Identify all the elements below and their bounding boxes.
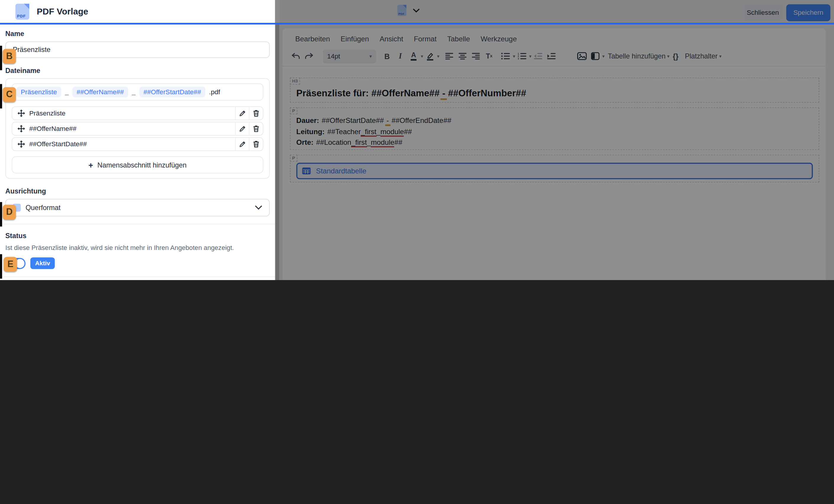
filename-preview: Präsenzliste _ ##OfferName## _ ##OfferSt…: [12, 84, 263, 101]
edit-icon[interactable]: [235, 122, 249, 135]
delete-icon[interactable]: [249, 122, 263, 135]
som-marker-b: B: [3, 49, 16, 64]
orientation-select[interactable]: Querformat: [5, 199, 270, 216]
filename-segment-row[interactable]: Präsenzliste: [12, 106, 263, 120]
edit-icon[interactable]: [235, 107, 249, 120]
filename-chip: ##OfferStartDate##: [139, 87, 205, 97]
orientation-value: Querformat: [25, 204, 255, 211]
marker-anchor: [0, 202, 2, 227]
plus-icon: +: [88, 160, 93, 169]
segment-label: Präsenzliste: [29, 107, 235, 120]
pdf-template-drawer: PDF PDF Vorlage Name Dateiname Präsenzli…: [0, 0, 275, 280]
marker-anchor: [0, 84, 2, 109]
som-marker-d: D: [3, 205, 16, 220]
som-marker-e: E: [4, 257, 17, 272]
modal-backdrop[interactable]: [275, 0, 834, 280]
move-icon[interactable]: [12, 138, 29, 151]
chevron-down-icon: [255, 205, 262, 210]
status-description: Ist diese Präsenzliste inaktiv, wird sie…: [5, 244, 270, 253]
filename-chip: ##OfferName##: [72, 87, 128, 97]
marker-anchor: [0, 254, 2, 279]
section-divider: [0, 276, 275, 277]
filename-builder: Präsenzliste _ ##OfferName## _ ##OfferSt…: [5, 78, 270, 179]
pdf-template-editor: PDF Schliessen Speichern Bearbeiten Einf…: [0, 0, 834, 280]
filename-segment-row[interactable]: ##OfferStartDate##: [12, 137, 263, 151]
accent-divider: [0, 23, 834, 24]
filename-extension: .pdf: [209, 88, 220, 96]
som-marker-c: C: [3, 87, 16, 102]
editor-region: PDF Schliessen Speichern Bearbeiten Einf…: [275, 0, 834, 280]
move-icon[interactable]: [12, 107, 29, 120]
page-title: PDF Vorlage: [37, 6, 88, 17]
delete-icon[interactable]: [249, 107, 263, 120]
filename-label: Dateiname: [5, 67, 270, 74]
segment-label: ##OfferName##: [29, 122, 235, 135]
filename-separator: _: [65, 88, 69, 96]
delete-icon[interactable]: [249, 138, 263, 151]
name-label: Name: [5, 30, 270, 38]
status-label: Status: [5, 232, 270, 240]
segment-label: ##OfferStartDate##: [29, 138, 235, 151]
status-badge[interactable]: Aktiv: [30, 257, 55, 269]
move-icon[interactable]: [12, 122, 29, 135]
filename-chip: Präsenzliste: [17, 87, 61, 97]
filename-separator: _: [132, 88, 136, 96]
section-divider: [0, 224, 275, 225]
add-name-segment-button[interactable]: + Namensabschnitt hinzufügen: [12, 156, 263, 174]
edit-icon[interactable]: [235, 138, 249, 151]
marker-anchor: [0, 46, 2, 70]
drawer-body: Name Dateiname Präsenzliste _ ##OfferNam…: [0, 23, 275, 280]
filename-segment-row[interactable]: ##OfferName##: [12, 122, 263, 136]
drawer-header: PDF PDF Vorlage: [0, 0, 275, 23]
pdf-file-icon: PDF: [15, 3, 29, 20]
orientation-label: Ausrichtung: [5, 187, 270, 195]
name-input[interactable]: [5, 41, 270, 58]
